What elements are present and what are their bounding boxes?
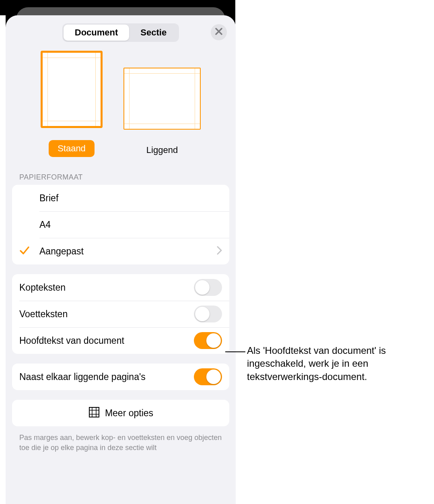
tab-document[interactable]: Document	[64, 25, 130, 41]
callout-text: Als 'Hoofdtekst van document' is ingesch…	[247, 344, 428, 383]
checkmark-icon	[19, 245, 30, 257]
facing-pages-card: Naast elkaar liggende pagina's	[12, 364, 229, 390]
paper-size-a4-label: A4	[39, 219, 222, 230]
close-icon	[215, 28, 222, 37]
footers-label: Voetteksten	[19, 309, 194, 320]
landscape-thumbnail	[123, 68, 201, 130]
facing-pages-row: Naast elkaar liggende pagina's	[12, 364, 229, 390]
paper-size-custom[interactable]: Aangepast	[12, 238, 229, 264]
document-body-label: Hoofdtekst van document	[19, 335, 194, 346]
more-options-caption: Pas marges aan, bewerk kop- en voettekst…	[6, 430, 236, 455]
landscape-label: Liggend	[138, 142, 187, 159]
portrait-thumbnail	[41, 51, 103, 128]
more-options-label: Meer opties	[105, 408, 153, 419]
portrait-label: Staand	[49, 140, 95, 157]
orientation-landscape[interactable]: Liggend	[123, 51, 201, 159]
document-body-toggle[interactable]	[194, 332, 222, 349]
footers-toggle[interactable]	[194, 306, 222, 322]
document-settings-panel: Document Sectie Staand Liggend PAPIERFOR…	[6, 15, 236, 504]
headers-label: Kopteksten	[19, 282, 194, 293]
tab-section[interactable]: Sectie	[129, 25, 178, 41]
facing-pages-label: Naast elkaar liggende pagina's	[19, 372, 194, 382]
headers-footers-card: Kopteksten Voetteksten Hoofdtekst van do…	[12, 274, 229, 354]
chevron-right-icon	[217, 246, 222, 256]
paper-size-custom-label: Aangepast	[39, 246, 217, 257]
document-body-row: Hoofdtekst van document	[12, 327, 229, 354]
more-options-button[interactable]: Meer opties	[12, 400, 229, 426]
headers-row: Kopteksten	[12, 274, 229, 301]
paper-size-card: Brief A4 Aangepast	[12, 185, 229, 264]
svg-rect-0	[89, 407, 99, 417]
close-button[interactable]	[211, 24, 227, 40]
paper-size-a4[interactable]: A4	[12, 211, 229, 238]
paper-size-header: PAPIERFORMAAT	[6, 171, 236, 185]
callout-connector	[225, 351, 245, 352]
panel-header: Document Sectie	[6, 15, 236, 48]
headers-toggle[interactable]	[194, 279, 222, 296]
paper-size-letter-label: Brief	[39, 193, 222, 204]
orientation-selector: Staand Liggend	[6, 48, 236, 171]
margins-icon	[88, 406, 100, 420]
tab-segmented-control: Document Sectie	[62, 23, 179, 42]
facing-pages-toggle[interactable]	[194, 368, 222, 385]
paper-size-letter[interactable]: Brief	[12, 185, 229, 211]
orientation-portrait[interactable]: Staand	[41, 51, 103, 159]
footers-row: Voetteksten	[12, 301, 229, 327]
